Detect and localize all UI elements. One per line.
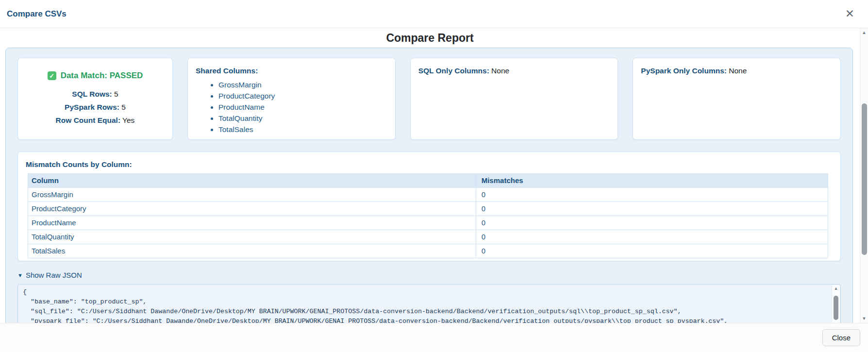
json-scrollbar-thumb[interactable] [834,296,838,320]
mismatches-cell: 0 [476,244,828,258]
summary-cards-row: ✓ Data Match: PASSED SQL Rows: 5PySpark … [17,58,841,140]
status-row: Row Count Equal: Yes [26,114,165,127]
main-scrollbar[interactable]: ▲ ▼ [860,28,868,323]
pyspark-only-card: PySpark Only Columns: None [633,58,841,140]
column-cell: ProductName [28,216,476,230]
scroll-down-icon[interactable]: ▼ [860,315,868,322]
shared-column-item: ProductName [218,101,387,113]
status-row: SQL Rows: 5 [26,87,165,101]
data-match-status: ✓ Data Match: PASSED [26,71,165,81]
raw-json-content: { "base_name": "top_product_sp", "sql_fi… [18,285,840,323]
mismatches-cell: 0 [476,188,828,202]
status-row: PySpark Rows: 5 [26,101,165,114]
sql-only-label: SQL Only Columns: None [418,66,610,76]
mismatches-cell: 0 [476,202,828,216]
column-cell: ProductCategory [28,202,476,216]
table-row: ProductName 0 [28,216,828,230]
shared-column-item: TotalQuantity [218,113,387,124]
data-match-card: ✓ Data Match: PASSED SQL Rows: 5PySpark … [17,58,173,140]
column-cell: TotalQuantity [28,230,476,244]
mismatch-table-body: GrossMargin 0 ProductCategory 0 ProductN… [28,188,828,258]
modal-footer: Close [0,323,868,352]
column-cell: TotalSales [28,244,476,258]
mismatches-cell: 0 [476,216,828,230]
table-row: ProductCategory 0 [28,202,828,216]
status-label: Data Match: PASSED [61,71,143,81]
shared-columns-label: Shared Columns: [196,66,387,76]
scroll-up-icon[interactable]: ▲ [832,285,840,292]
table-row: GrossMargin 0 [28,188,828,202]
show-raw-json-label: Show Raw JSON [26,271,82,279]
raw-json-line: "base_name": "top_product_sp", [23,297,826,307]
raw-json-line: "sql_file": "C:/Users/Siddhant Dawande/O… [23,307,826,317]
report-panel: ✓ Data Match: PASSED SQL Rows: 5PySpark … [5,48,853,323]
modal-body: Compare Report ✓ Data Match: PASSED SQL … [0,28,860,323]
shared-columns-card: Shared Columns: GrossMarginProductCatego… [187,58,396,140]
mismatches-cell: 0 [476,230,828,244]
sql-only-card: SQL Only Columns: None [410,58,618,140]
mismatch-table: ColumnMismatches GrossMargin 0 ProductCa… [28,173,828,258]
show-raw-json-toggle[interactable]: ▼ Show Raw JSON [17,271,841,279]
table-row: TotalSales 0 [28,244,828,258]
pyspark-only-label: PySpark Only Columns: None [641,66,833,76]
column-cell: GrossMargin [28,188,476,202]
modal-header: Compare CSVs ✕ [0,0,868,28]
raw-json-line: "pyspark_file": "C:/Users/Siddhant Dawan… [23,317,826,323]
pyspark-only-value: None [727,67,747,75]
page-title: Compare Report [0,31,860,45]
main-scrollbar-thumb[interactable] [862,103,867,255]
close-button[interactable]: Close [822,329,860,346]
status-rows: SQL Rows: 5PySpark Rows: 5Row Count Equa… [26,87,165,127]
shared-column-item: ProductCategory [218,90,387,101]
check-icon: ✓ [48,71,56,80]
mismatch-card: Mismatch Counts by Column: ColumnMismatc… [17,151,841,261]
shared-columns-list: GrossMarginProductCategoryProductNameTot… [196,79,387,135]
mismatch-title: Mismatch Counts by Column: [26,160,833,169]
raw-json-line: { [23,287,826,297]
shared-column-item: GrossMargin [218,79,387,90]
mismatch-table-header: Column [28,174,476,188]
chevron-down-icon: ▼ [17,272,23,278]
raw-json-block: { "base_name": "top_product_sp", "sql_fi… [17,284,841,323]
table-row: TotalQuantity 0 [28,230,828,244]
mismatch-table-header-row: ColumnMismatches [28,174,828,188]
compare-csvs-modal: Compare CSVs ✕ Compare Report ✓ Data Mat… [0,0,868,352]
json-scrollbar[interactable]: ▲ [832,285,840,323]
shared-column-item: TotalSales [218,124,387,135]
close-icon[interactable]: ✕ [842,7,857,20]
modal-title: Compare CSVs [7,9,67,19]
sql-only-value: None [489,67,509,75]
scroll-up-icon[interactable]: ▲ [860,29,868,36]
mismatch-table-header: Mismatches [476,174,828,188]
